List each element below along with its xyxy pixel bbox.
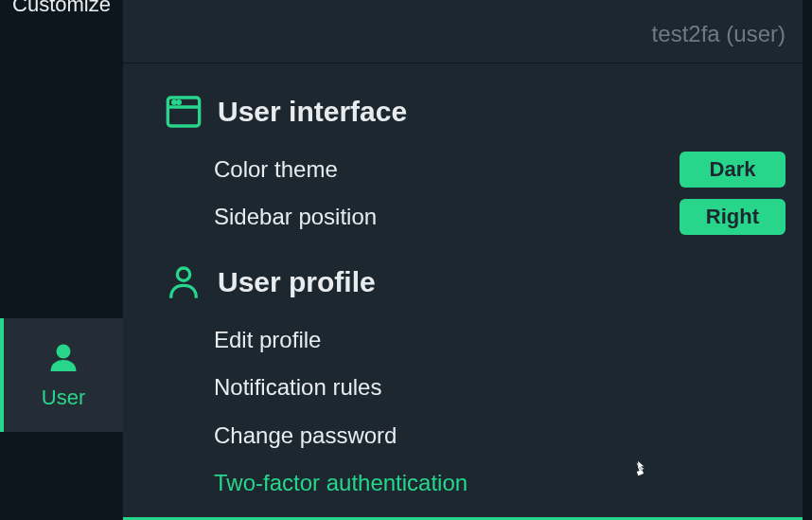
color-theme-row: Color theme Dark (165, 146, 786, 193)
section-title-profile: User profile (218, 266, 376, 298)
profile-icon (165, 263, 203, 301)
sidebar: Customize User (0, 0, 123, 520)
sidebar-item-user[interactable]: User (0, 318, 123, 432)
color-theme-toggle[interactable]: Dark (680, 152, 786, 188)
section-user-interface: User interface Color theme Dark Sidebar … (165, 93, 786, 241)
svg-point-3 (173, 101, 176, 104)
sidebar-position-toggle[interactable]: Right (680, 199, 786, 235)
two-factor-auth-link[interactable]: Two-factor authentication (214, 459, 786, 507)
user-icon (46, 340, 80, 378)
svg-point-5 (177, 268, 189, 280)
header-divider (123, 63, 804, 63)
svg-point-0 (57, 345, 71, 359)
section-user-profile: User profile Edit profile Notification r… (165, 263, 786, 520)
sidebar-item-label: User (42, 386, 85, 410)
current-user-indicator: test2fa (user) (652, 21, 786, 47)
change-password-link[interactable]: Change password (214, 412, 786, 459)
color-theme-label: Color theme (214, 156, 338, 183)
sidebar-item-customize[interactable]: Customize (0, 0, 123, 17)
right-edge (803, 0, 812, 520)
sidebar-position-label: Sidebar position (214, 204, 377, 230)
main-panel: test2fa (user) User interface Color them… (123, 0, 812, 520)
edit-profile-link[interactable]: Edit profile (214, 316, 786, 364)
notification-rules-link[interactable]: Notification rules (214, 364, 786, 411)
window-icon (165, 93, 203, 131)
section-title-ui: User interface (218, 96, 407, 128)
svg-point-4 (178, 101, 181, 104)
sidebar-position-row: Sidebar position Right (165, 193, 786, 241)
